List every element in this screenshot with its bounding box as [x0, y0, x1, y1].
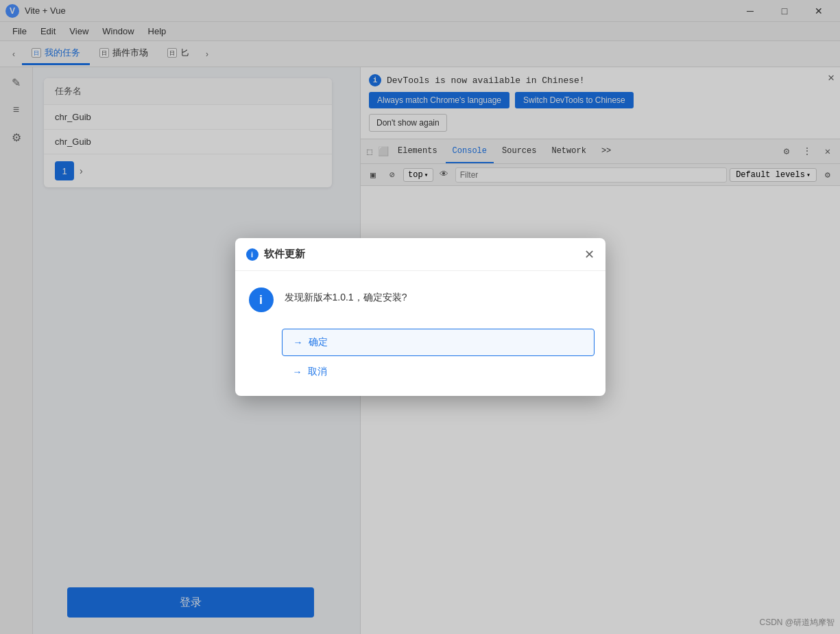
dialog-cancel-button[interactable]: → 取消	[282, 359, 595, 385]
dialog-confirm-button[interactable]: → 确定	[282, 329, 595, 356]
confirm-arrow-icon: →	[293, 337, 303, 348]
dialog-title: 软件更新	[264, 248, 579, 261]
cancel-arrow-icon: →	[293, 366, 302, 377]
dialog-actions: → 确定 → 取消	[271, 323, 605, 396]
dialog-close-button[interactable]: ✕	[584, 248, 595, 261]
update-dialog: i 软件更新 ✕ i 发现新版本1.0.1，确定安装? → 确定 → 取消	[235, 238, 605, 396]
dialog-header-icon: i	[246, 248, 259, 261]
dialog-body: i 发现新版本1.0.1，确定安装?	[235, 271, 605, 323]
dialog-info-icon: i	[249, 287, 274, 312]
dialog-message: 发现新版本1.0.1，确定安装?	[285, 287, 407, 304]
dialog-overlay: i 软件更新 ✕ i 发现新版本1.0.1，确定安装? → 确定 → 取消	[0, 0, 840, 634]
dialog-header: i 软件更新 ✕	[235, 238, 605, 271]
